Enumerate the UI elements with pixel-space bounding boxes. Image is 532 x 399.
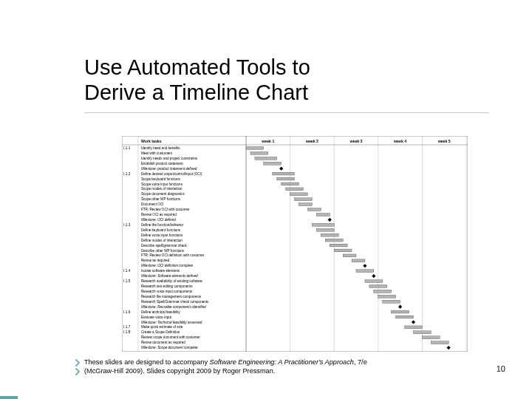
svg-rect-90 — [356, 270, 374, 273]
svg-rect-130 — [422, 336, 440, 339]
svg-text:I.1.4: I.1.4 — [123, 269, 131, 273]
svg-text:Milestone: OCI definition comp: Milestone: OCI definition complete — [141, 264, 193, 267]
svg-rect-127 — [413, 331, 431, 334]
svg-text:Identify needs and project con: Identify needs and project constraints — [141, 157, 198, 160]
svg-text:Revise document as required: Revise document as required — [141, 341, 185, 344]
svg-rect-117 — [396, 316, 414, 318]
gantt-chart: Work tasksweek 1week 2week 3week 4week 5… — [122, 136, 468, 352]
svg-rect-18 — [246, 147, 264, 150]
svg-rect-99 — [369, 285, 387, 288]
svg-text:week 3: week 3 — [349, 139, 362, 143]
svg-text:Work tasks: Work tasks — [141, 139, 162, 143]
svg-text:Research Spell/Grammar check c: Research Spell/Grammar check components — [141, 300, 209, 304]
svg-rect-133 — [431, 341, 449, 344]
svg-rect-108 — [383, 300, 400, 303]
svg-text:Milestone: OCI defined: Milestone: OCI defined — [141, 218, 176, 222]
footer-line-2: (McGraw-Hill 2009). Slides copyright 200… — [84, 367, 275, 375]
title-line-2: Derive a Timeline Chart — [84, 81, 308, 104]
svg-text:I.1.5: I.1.5 — [123, 279, 131, 283]
svg-text:Milestone: product statement d: Milestone: product statement defined — [141, 167, 197, 171]
svg-rect-63 — [312, 223, 334, 226]
svg-text:FTR: Review OCI definition wit: FTR: Review OCI definition with customer — [141, 253, 205, 257]
svg-text:I.1.7: I.1.7 — [123, 325, 131, 329]
svg-text:Scope other WP functions: Scope other WP functions — [141, 197, 181, 201]
svg-rect-27 — [264, 162, 282, 165]
svg-rect-54 — [307, 208, 321, 211]
svg-text:week 4: week 4 — [393, 139, 406, 143]
title-rule — [84, 112, 489, 113]
accent-bar — [0, 396, 18, 399]
slide: Use Automated Tools to Derive a Timeline… — [0, 0, 532, 399]
svg-rect-48 — [295, 198, 313, 201]
svg-text:Meet with customers: Meet with customers — [141, 151, 173, 155]
svg-rect-96 — [365, 280, 383, 283]
svg-text:Revise OCI as required: Revise OCI as required — [141, 213, 177, 216]
svg-rect-69 — [321, 233, 338, 236]
svg-text:Milestone: Scope document comp: Milestone: Scope document complete — [141, 346, 198, 349]
svg-text:I.1.3: I.1.3 — [123, 223, 131, 227]
svg-rect-102 — [374, 290, 392, 293]
svg-rect-81 — [343, 254, 356, 257]
svg-text:Evaluate voice input: Evaluate voice input — [141, 316, 172, 319]
svg-text:Scope voice input functions: Scope voice input functions — [141, 183, 183, 186]
svg-rect-33 — [273, 172, 295, 175]
slide-title: Use Automated Tools to Derive a Timeline… — [84, 55, 454, 105]
svg-text:Define modes of interaction: Define modes of interaction — [141, 239, 183, 242]
footer-book-title: Software Engineering: A Practitioner's A… — [210, 358, 354, 366]
svg-text:Make quick estimate of size: Make quick estimate of size — [141, 325, 183, 329]
svg-rect-21 — [250, 151, 268, 154]
footer-post: , 7/e — [354, 358, 367, 366]
svg-text:Describe other WP functions: Describe other WP functions — [141, 249, 185, 253]
chevron-icon — [74, 365, 81, 372]
svg-text:Isolate software elements: Isolate software elements — [141, 269, 180, 273]
svg-text:week 1: week 1 — [261, 139, 274, 143]
svg-text:Create a Scope Definition: Create a Scope Definition — [141, 330, 180, 334]
svg-text:week 2: week 2 — [305, 139, 318, 143]
svg-text:Scope keyboard functions: Scope keyboard functions — [141, 177, 181, 181]
svg-text:Research availability of exist: Research availability of existing softwa… — [141, 279, 202, 283]
svg-text:Document OCI: Document OCI — [141, 202, 163, 206]
footer-pre: These slides are designed to accompany — [84, 358, 210, 366]
svg-rect-84 — [352, 259, 365, 262]
svg-rect-42 — [286, 188, 304, 191]
svg-rect-24 — [255, 157, 277, 160]
svg-text:Research text editing componen: Research text editing components — [141, 284, 193, 288]
svg-text:Revise as required: Revise as required — [141, 259, 170, 262]
svg-rect-114 — [392, 310, 409, 313]
svg-text:week 5: week 5 — [437, 139, 451, 143]
svg-text:Research voice input component: Research voice input components — [141, 290, 193, 293]
svg-text:Define the function/behavior: Define the function/behavior — [141, 223, 184, 227]
svg-text:Define desired output/control/: Define desired output/control/input (OCI… — [141, 172, 202, 176]
footer-text: These slides are designed to accompany S… — [84, 358, 395, 375]
svg-rect-78 — [334, 249, 352, 252]
svg-text:Identify need and benefits: Identify need and benefits — [141, 146, 180, 150]
svg-text:I.1.1: I.1.1 — [123, 146, 131, 150]
svg-rect-51 — [299, 203, 313, 206]
svg-rect-72 — [325, 239, 343, 242]
chevron-icon — [74, 356, 81, 364]
page-number: 10 — [497, 364, 505, 373]
svg-rect-75 — [330, 244, 347, 247]
svg-text:Define voice input functions: Define voice input functions — [141, 233, 183, 237]
svg-text:Scope modes of interaction: Scope modes of interaction — [141, 187, 183, 191]
svg-text:I.1.8: I.1.8 — [123, 330, 131, 334]
svg-text:Scope document diagnostics: Scope document diagnostics — [141, 192, 185, 196]
svg-text:I.1.6: I.1.6 — [123, 310, 131, 314]
svg-text:Define technical feasibility: Define technical feasibility — [141, 310, 181, 314]
svg-text:Establish product statement: Establish product statement — [141, 162, 183, 166]
svg-rect-45 — [290, 193, 308, 196]
svg-text:Milestone: Technical feasibili: Milestone: Technical feasibility assesse… — [141, 321, 202, 324]
svg-rect-39 — [282, 183, 299, 185]
svg-text:Milestone: Software elements d: Milestone: Software elements defined — [141, 274, 198, 278]
svg-rect-36 — [277, 177, 295, 180]
svg-text:Describe spell/grammar check: Describe spell/grammar check — [141, 244, 187, 248]
svg-text:Review scope document with cus: Review scope document with customer — [141, 335, 200, 339]
svg-rect-66 — [316, 228, 334, 231]
title-line-1: Use Automated Tools to — [84, 55, 310, 79]
svg-text:Milestone: Reusable components: Milestone: Reusable components identifie… — [141, 305, 206, 309]
svg-rect-105 — [378, 295, 396, 298]
svg-text:I.1.2: I.1.2 — [123, 172, 131, 176]
svg-text:FTR: Review OCI with customer: FTR: Review OCI with customer — [141, 208, 190, 211]
svg-text:Research file management compo: Research file management components — [141, 295, 202, 299]
svg-text:Define keyboard functions: Define keyboard functions — [141, 228, 181, 232]
